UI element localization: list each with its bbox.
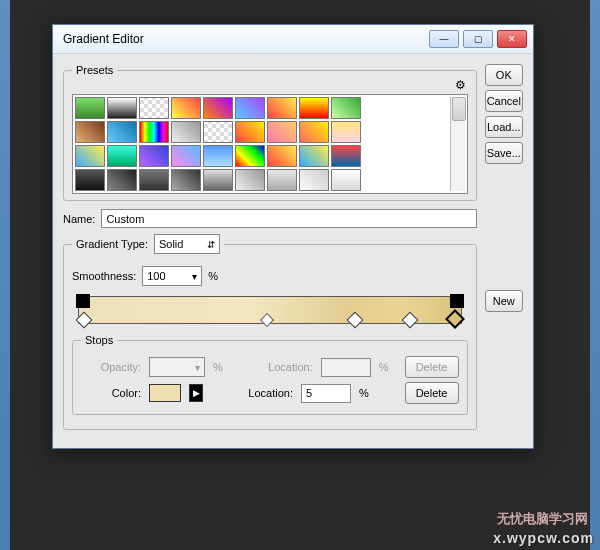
location1-input <box>321 358 371 377</box>
preset-swatch[interactable] <box>267 121 297 143</box>
preset-swatch[interactable] <box>203 145 233 167</box>
window-title: Gradient Editor <box>59 32 429 46</box>
color-picker-arrow-icon[interactable]: ▶ <box>189 384 203 402</box>
watermark-cn: 无忧电脑学习网 <box>497 510 588 528</box>
preset-swatch[interactable] <box>75 145 105 167</box>
chevron-updown-icon: ⇵ <box>207 239 215 250</box>
preset-swatch[interactable] <box>171 169 201 191</box>
smoothness-input[interactable]: 100▾ <box>142 266 202 286</box>
minimize-button[interactable]: — <box>429 30 459 48</box>
preset-swatch[interactable] <box>267 145 297 167</box>
stops-legend: Stops <box>81 334 117 346</box>
scrollbar-thumb[interactable] <box>452 97 466 121</box>
stops-group: Stops Opacity: ▾ % Location: % Delete Co… <box>72 334 468 415</box>
preset-swatch[interactable] <box>203 97 233 119</box>
opacity-stop-right[interactable] <box>450 294 464 308</box>
preset-swatch[interactable] <box>139 145 169 167</box>
preset-swatch[interactable] <box>171 145 201 167</box>
preset-swatch[interactable] <box>139 97 169 119</box>
chevron-down-icon: ▾ <box>192 271 197 282</box>
close-button[interactable]: ✕ <box>497 30 527 48</box>
preset-swatch[interactable] <box>107 121 137 143</box>
preset-swatch[interactable] <box>75 121 105 143</box>
preset-swatch[interactable] <box>331 97 361 119</box>
preset-swatch[interactable] <box>235 145 265 167</box>
opacity-delete-button: Delete <box>405 356 459 378</box>
color-swatch[interactable] <box>149 384 181 402</box>
ok-button[interactable]: OK <box>485 64 523 86</box>
preset-swatch[interactable] <box>235 97 265 119</box>
preset-swatch[interactable] <box>75 169 105 191</box>
location2-label: Location: <box>233 387 293 399</box>
gradient-editor-window: Gradient Editor — ▢ ✕ Presets ⚙ Na <box>52 24 534 449</box>
preset-swatch[interactable] <box>267 169 297 191</box>
opacity-input: ▾ <box>149 357 205 377</box>
preset-swatch-grid <box>75 97 446 191</box>
cancel-button[interactable]: Cancel <box>485 90 523 112</box>
preset-swatch[interactable] <box>203 169 233 191</box>
smoothness-label: Smoothness: <box>72 270 136 282</box>
preset-swatch[interactable] <box>75 97 105 119</box>
preset-swatch[interactable] <box>331 169 361 191</box>
preset-swatch[interactable] <box>107 97 137 119</box>
gradient-type-select[interactable]: Solid⇵ <box>154 234 220 254</box>
preset-swatch[interactable] <box>107 145 137 167</box>
titlebar[interactable]: Gradient Editor — ▢ ✕ <box>53 25 533 54</box>
gradient-type-group: Gradient Type: Solid⇵ Smoothness: 100▾ % <box>63 234 477 430</box>
smoothness-unit: % <box>208 270 218 282</box>
color-label: Color: <box>81 387 141 399</box>
preset-swatch[interactable] <box>203 121 233 143</box>
location1-label: Location: <box>253 361 313 373</box>
presets-gear-icon[interactable]: ⚙ <box>455 78 466 92</box>
preset-swatch[interactable] <box>267 97 297 119</box>
gradient-type-label: Gradient Type: <box>76 238 148 250</box>
preset-swatch[interactable] <box>331 145 361 167</box>
gradient-preview[interactable] <box>72 296 468 324</box>
save-button[interactable]: Save... <box>485 142 523 164</box>
preset-swatch[interactable] <box>235 121 265 143</box>
preset-swatch[interactable] <box>299 97 329 119</box>
presets-scrollbar[interactable] <box>450 97 465 191</box>
preset-swatch[interactable] <box>235 169 265 191</box>
presets-legend: Presets <box>76 64 113 76</box>
preset-swatch[interactable] <box>299 121 329 143</box>
load-button[interactable]: Load... <box>485 116 523 138</box>
preset-swatch[interactable] <box>299 145 329 167</box>
presets-group: Presets ⚙ <box>63 64 477 201</box>
color-delete-button[interactable]: Delete <box>405 382 459 404</box>
name-label: Name: <box>63 213 95 225</box>
preset-swatch[interactable] <box>171 97 201 119</box>
preset-swatch[interactable] <box>331 121 361 143</box>
preset-swatch[interactable] <box>139 121 169 143</box>
preset-swatch[interactable] <box>139 169 169 191</box>
new-button[interactable]: New <box>485 290 523 312</box>
preset-swatch[interactable] <box>171 121 201 143</box>
preset-swatch[interactable] <box>299 169 329 191</box>
maximize-button[interactable]: ▢ <box>463 30 493 48</box>
opacity-label: Opacity: <box>81 361 141 373</box>
name-input[interactable] <box>101 209 476 228</box>
opacity-stop-left[interactable] <box>76 294 90 308</box>
location2-input[interactable] <box>301 384 351 403</box>
preset-swatch[interactable] <box>107 169 137 191</box>
watermark-url: x.wypcw.com <box>493 530 594 546</box>
